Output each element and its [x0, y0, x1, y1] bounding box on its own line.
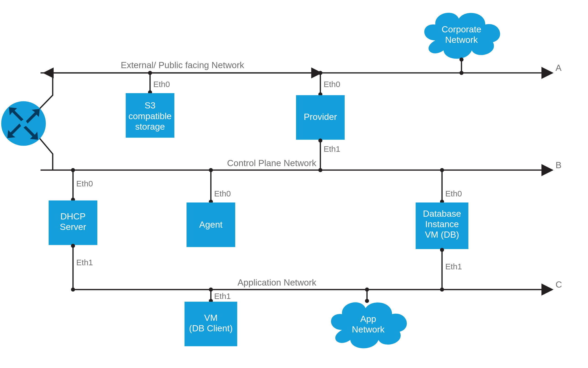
svg-point-32	[71, 244, 75, 248]
svg-point-48	[440, 288, 444, 292]
cloud-corporate: Corporate Network	[424, 13, 500, 59]
svg-text:Database: Database	[423, 209, 461, 219]
agent-eth0: Eth0	[214, 189, 231, 198]
svg-point-26	[71, 168, 75, 172]
bus-c-end: C	[556, 280, 562, 289]
node-provider: Eth0 Provider Eth1	[296, 71, 345, 172]
dhcp-eth1: Eth1	[76, 258, 93, 267]
svg-text:DHCP: DHCP	[60, 212, 86, 221]
svg-text:VM: VM	[204, 313, 218, 323]
svg-point-0	[1, 101, 46, 146]
svg-point-13	[318, 71, 322, 75]
svg-point-40	[440, 168, 444, 172]
network-diagram: External/ Public facing Network A Contro…	[0, 0, 588, 368]
svg-point-56	[365, 288, 369, 292]
vmclient-eth1: Eth1	[214, 292, 231, 301]
svg-text:App: App	[360, 314, 376, 324]
bus-b: Control Plane Network B	[41, 158, 561, 170]
svg-text:storage: storage	[135, 122, 165, 131]
bus-a-label: External/ Public facing Network	[121, 60, 244, 70]
svg-point-24	[460, 71, 464, 75]
svg-text:Network: Network	[445, 35, 478, 45]
bus-a-end: A	[556, 63, 561, 73]
svg-text:Corporate: Corporate	[442, 24, 482, 34]
s3-eth0: Eth0	[153, 80, 170, 89]
svg-text:VM (DB): VM (DB)	[425, 230, 459, 239]
node-agent: Eth0 Agent	[187, 168, 235, 247]
bus-b-label: Control Plane Network	[227, 158, 316, 168]
svg-text:compatible: compatible	[128, 111, 172, 121]
svg-text:Server: Server	[60, 222, 86, 232]
node-s3: Eth0 S3 compatible storage	[126, 71, 174, 138]
svg-point-35	[209, 168, 213, 172]
router-icon	[1, 101, 46, 146]
svg-text:(DB Client): (DB Client)	[189, 323, 233, 333]
provider-eth1: Eth1	[324, 145, 340, 154]
dhcp-eth0: Eth0	[76, 179, 93, 188]
db-eth0: Eth0	[445, 189, 462, 198]
bus-a: External/ Public facing Network A	[41, 60, 561, 73]
db-eth1: Eth1	[445, 262, 462, 271]
svg-text:Instance: Instance	[425, 219, 459, 229]
cloud-app: App Network	[331, 288, 407, 348]
node-vmclient: Eth1 VM (DB Client)	[185, 288, 237, 346]
provider-eth0: Eth0	[324, 80, 340, 89]
svg-point-47	[440, 248, 444, 252]
svg-text:Network: Network	[352, 324, 385, 334]
svg-point-19	[318, 168, 322, 172]
svg-point-6	[148, 71, 152, 75]
node-db: Eth0 Database Instance VM (DB) Eth1	[416, 168, 468, 292]
node-dhcp: Eth0 DHCP Server Eth1	[48, 168, 97, 292]
svg-point-50	[209, 288, 213, 292]
svg-point-18	[318, 138, 322, 143]
svg-text:Agent: Agent	[199, 220, 222, 230]
svg-point-33	[71, 288, 75, 292]
bus-b-end: B	[556, 160, 561, 170]
svg-text:Provider: Provider	[304, 112, 337, 122]
svg-point-57	[365, 299, 369, 303]
bus-c-label: Application Network	[238, 277, 317, 287]
bus-c: Application Network C	[73, 277, 562, 290]
svg-point-23	[460, 57, 464, 62]
svg-text:S3: S3	[145, 101, 156, 110]
